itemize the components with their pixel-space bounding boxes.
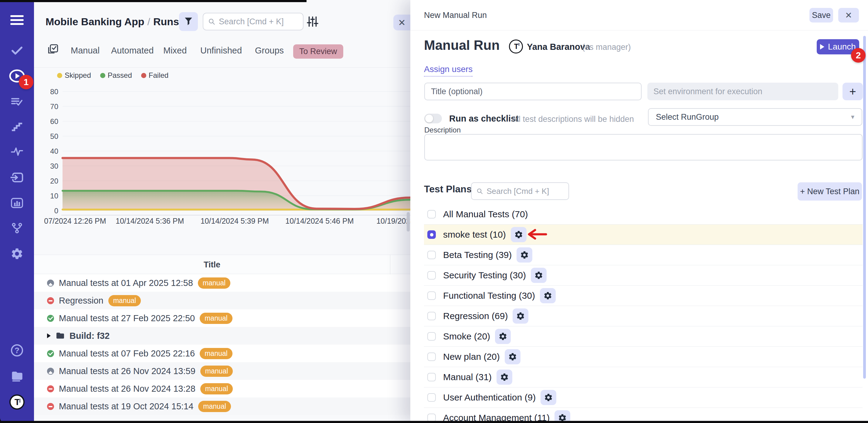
plan-label[interactable]: Smoke (20) — [443, 331, 490, 342]
plan-checkbox[interactable] — [427, 271, 436, 280]
tab-to-review[interactable]: To Review — [293, 45, 343, 59]
plan-label[interactable]: Security Testing (30) — [443, 270, 526, 280]
app-logo[interactable]: T — [8, 394, 26, 411]
table-row[interactable]: Manual tests at 26 Nov 2024 13:28 manual — [34, 380, 410, 397]
test-list-icon[interactable] — [8, 93, 26, 110]
run-title[interactable]: Manual tests at 19 Oct 2024 15:14 — [59, 401, 193, 412]
plan-label[interactable]: Regression (69) — [443, 311, 508, 321]
plan-label[interactable]: Functional Testing (30) — [443, 290, 535, 301]
filter-settings-icon[interactable] — [307, 16, 320, 28]
run-title[interactable]: Manual tests at 26 Nov 2024 13:59 — [59, 366, 195, 376]
plan-label[interactable]: smoke test (10) — [443, 229, 506, 240]
table-row[interactable]: Regression manual — [34, 292, 410, 309]
analytics-icon[interactable] — [8, 195, 26, 212]
steps-icon[interactable] — [8, 118, 26, 135]
expand-caret-icon[interactable] — [47, 333, 51, 338]
plan-row[interactable]: Smoke (20) — [424, 327, 863, 347]
add-environment-button[interactable]: + — [842, 83, 863, 100]
plan-settings-button[interactable] — [517, 247, 532, 262]
svg-text:30: 30 — [50, 162, 58, 170]
plan-settings-button[interactable] — [540, 288, 556, 303]
plan-label[interactable]: All Manual Tests (70) — [443, 209, 528, 219]
plan-row[interactable]: Security Testing (30) — [424, 265, 863, 286]
plan-settings-button[interactable] — [497, 369, 512, 385]
plan-settings-button[interactable] — [511, 227, 527, 242]
close-modal-button[interactable]: ✕ — [838, 8, 859, 23]
tab-automated[interactable]: Automated — [111, 46, 154, 56]
plan-row[interactable]: Manual (31) — [424, 367, 863, 388]
plan-label[interactable]: User Authentication (9) — [443, 392, 536, 403]
plan-checkbox[interactable] — [427, 352, 436, 361]
pulse-icon[interactable] — [8, 143, 26, 160]
gear-icon — [516, 311, 525, 320]
menu-icon[interactable] — [8, 11, 26, 29]
run-as-checklist-toggle[interactable] — [424, 114, 442, 123]
plan-row-selected[interactable]: smoke test (10) — [424, 225, 863, 245]
chart-scrollbar[interactable] — [407, 212, 410, 231]
assign-users-link[interactable]: Assign users — [424, 64, 472, 77]
table-row[interactable]: Manual tests at 19 Oct 2024 15:14 manual — [34, 397, 410, 415]
plan-row[interactable]: User Authentication (9) — [424, 388, 863, 408]
tab-mixed[interactable]: Mixed — [163, 46, 187, 56]
save-button[interactable]: Save — [809, 8, 833, 23]
run-title[interactable]: Regression — [59, 296, 103, 306]
table-row[interactable]: Manual tests at 01 Apr 2025 12:58 manual — [34, 274, 410, 292]
settings-icon[interactable] — [8, 245, 26, 262]
table-row[interactable]: Manual tests at 07 Feb 2025 22:16 manual — [34, 345, 410, 362]
plan-checkbox[interactable] — [427, 291, 436, 300]
run-title[interactable]: Manual tests at 07 Feb 2025 22:16 — [59, 348, 195, 359]
tab-manual[interactable]: Manual — [71, 46, 99, 56]
filter-button[interactable] — [179, 12, 198, 31]
plan-checkbox-checked[interactable] — [427, 230, 436, 239]
select-all-icon[interactable] — [48, 44, 59, 57]
table-row[interactable]: Manual tests at 27 Feb 2025 22:50 manual — [34, 309, 410, 327]
plan-settings-button[interactable] — [540, 390, 556, 405]
environment-input[interactable] — [647, 83, 838, 100]
plan-label[interactable]: Beta Testing (39) — [443, 250, 512, 260]
screen-edge-bottom — [0, 421, 868, 423]
run-title[interactable]: Manual tests at 01 Apr 2025 12:58 — [59, 278, 193, 288]
plan-checkbox[interactable] — [427, 332, 436, 341]
tasks-check-icon[interactable] — [8, 42, 26, 59]
test-plans-list: All Manual Tests (70) smoke test (10) Be… — [424, 204, 863, 423]
plan-checkbox[interactable] — [427, 312, 436, 320]
import-icon[interactable] — [8, 169, 26, 186]
modal-scrollbar[interactable] — [863, 36, 866, 378]
plan-checkbox[interactable] — [427, 393, 436, 402]
plan-settings-button[interactable] — [513, 308, 528, 323]
plan-row[interactable]: Regression (69) — [424, 306, 863, 327]
run-title[interactable]: Manual tests at 26 Nov 2024 13:28 — [59, 384, 195, 394]
tab-unfinished[interactable]: Unfinished — [200, 46, 242, 56]
breadcrumb-project[interactable]: Mobile Banking App — [45, 16, 145, 27]
plan-settings-button[interactable] — [505, 349, 521, 364]
new-test-plan-button[interactable]: + New Test Plan — [798, 182, 862, 201]
run-title[interactable]: Manual tests at 27 Feb 2025 22:50 — [59, 313, 195, 323]
plan-label[interactable]: Manual (31) — [443, 372, 492, 382]
table-row-folder[interactable]: Build: f32 — [34, 327, 410, 345]
plan-row[interactable]: All Manual Tests (70) — [424, 204, 863, 225]
svg-text:10: 10 — [50, 192, 58, 200]
table-row[interactable]: Manual tests at 26 Nov 2024 13:59 manual — [34, 362, 410, 380]
test-plans-search-input[interactable] — [487, 187, 564, 196]
description-textarea[interactable] — [424, 134, 863, 161]
plan-row[interactable]: New plan (20) — [424, 347, 863, 367]
tab-groups[interactable]: Groups — [255, 46, 284, 56]
plan-checkbox[interactable] — [427, 251, 436, 259]
plan-settings-button[interactable] — [495, 329, 511, 344]
projects-folder-icon[interactable] — [8, 367, 26, 385]
plan-checkbox[interactable] — [427, 210, 436, 219]
manual-badge: manual — [198, 277, 230, 289]
plan-label[interactable]: New plan (20) — [443, 351, 500, 362]
run-title-input[interactable] — [424, 83, 642, 100]
rungroup-select[interactable]: Select RunGroup ▾ — [648, 108, 862, 126]
plan-row[interactable]: Beta Testing (39) — [424, 245, 863, 265]
plan-row[interactable]: Functional Testing (30) — [424, 286, 863, 306]
help-icon[interactable]: ? — [8, 342, 26, 359]
runs-search-input[interactable] — [219, 17, 298, 26]
branches-icon[interactable] — [8, 219, 26, 236]
run-group-title[interactable]: Build: f32 — [69, 331, 110, 341]
plan-settings-button[interactable] — [531, 268, 547, 283]
svg-text:07/2024 12:26 PM: 07/2024 12:26 PM — [44, 217, 106, 225]
plan-checkbox[interactable] — [427, 373, 436, 382]
close-runs-panel-button[interactable]: ✕ — [393, 15, 410, 30]
